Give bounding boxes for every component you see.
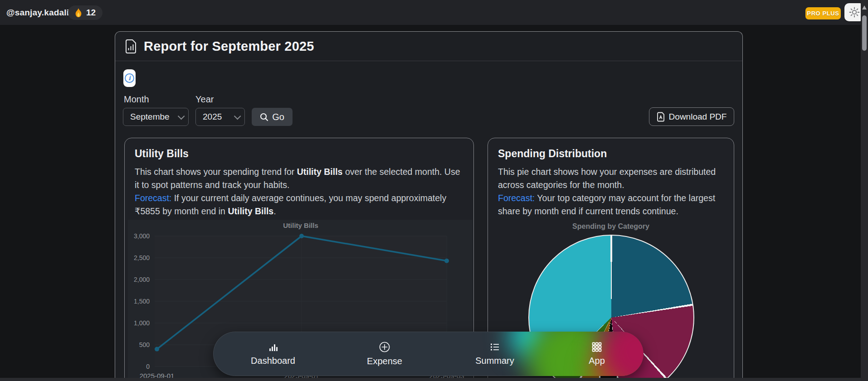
info-icon[interactable]: i xyxy=(123,69,136,87)
month-label: Month xyxy=(124,94,149,105)
go-button-label: Go xyxy=(272,112,284,122)
year-label: Year xyxy=(195,94,214,105)
app-root: @sanjay.kadali 12 PRO PLUS xyxy=(0,0,868,381)
scrollbar-up-arrow[interactable] xyxy=(862,5,867,10)
nav-item-summary[interactable]: Summary xyxy=(449,332,540,376)
download-pdf-label: Download PDF xyxy=(669,112,727,122)
report-chart-icon xyxy=(125,39,137,53)
svg-text:2,000: 2,000 xyxy=(134,276,150,283)
scrollbar-thumb[interactable] xyxy=(862,15,867,51)
nav-item-expense[interactable]: Expense xyxy=(339,332,430,376)
pie-card-description: This pie chart shows how your expenses a… xyxy=(488,160,734,218)
svg-text:Utility Bills: Utility Bills xyxy=(283,222,318,229)
search-icon xyxy=(260,113,268,121)
sun-icon xyxy=(849,7,860,18)
nav-label: Dashboard xyxy=(251,356,295,366)
pie-chart-title: Spending by Category xyxy=(488,222,734,231)
bottom-nav: Dashboard Expense Summary xyxy=(213,332,644,376)
download-pdf-button[interactable]: Download PDF xyxy=(649,107,734,126)
svg-text:2,500: 2,500 xyxy=(134,254,150,261)
year-select-value: 2025 xyxy=(203,112,222,122)
flame-icon xyxy=(75,8,82,18)
list-icon xyxy=(489,342,500,352)
nav-label: Summary xyxy=(475,356,514,366)
svg-text:1,000: 1,000 xyxy=(134,319,150,327)
svg-text:0: 0 xyxy=(146,363,150,370)
year-select[interactable]: 2025 xyxy=(195,108,245,126)
top-bar: @sanjay.kadali 12 PRO PLUS xyxy=(0,0,868,25)
nav-item-app[interactable]: App xyxy=(551,332,642,376)
streak-count: 12 xyxy=(86,8,96,18)
pdf-file-icon xyxy=(657,112,665,122)
month-select-value: Septembe xyxy=(130,112,170,122)
nav-item-dashboard[interactable]: Dashboard xyxy=(228,332,318,376)
pro-plus-badge: PRO PLUS xyxy=(805,7,841,19)
streak-pill: 12 xyxy=(68,5,102,20)
go-button[interactable]: Go xyxy=(252,108,293,126)
svg-text:3,000: 3,000 xyxy=(134,232,150,240)
svg-text:500: 500 xyxy=(139,341,150,348)
username: @sanjay.kadali xyxy=(6,8,69,18)
pie-card-title: Spending Distribution xyxy=(488,138,734,160)
nav-label: Expense xyxy=(367,356,402,367)
utility-card-title: Utility Bills xyxy=(125,138,473,160)
page-title: Report for September 2025 xyxy=(144,39,314,54)
grid-icon xyxy=(591,342,602,352)
chevron-down-icon xyxy=(178,112,185,120)
forecast-link[interactable]: Forecast: xyxy=(498,193,535,203)
report-header: Report for September 2025 xyxy=(115,32,742,61)
month-select[interactable]: Septembe xyxy=(123,108,189,126)
chevron-down-icon xyxy=(234,112,241,120)
page-scrollbar[interactable] xyxy=(861,0,868,381)
bar-chart-icon xyxy=(268,342,278,352)
svg-text:1,500: 1,500 xyxy=(134,298,150,305)
viewport-bottom-strip xyxy=(0,378,868,381)
forecast-link[interactable]: Forecast: xyxy=(135,193,171,203)
utility-card-description: This chart shows your spending trend for… xyxy=(125,160,473,218)
nav-label: App xyxy=(589,356,605,366)
svg-text:i: i xyxy=(128,75,131,82)
report-card: Report for September 2025 i Month Year S… xyxy=(115,31,743,381)
circle-plus-icon xyxy=(379,341,390,353)
